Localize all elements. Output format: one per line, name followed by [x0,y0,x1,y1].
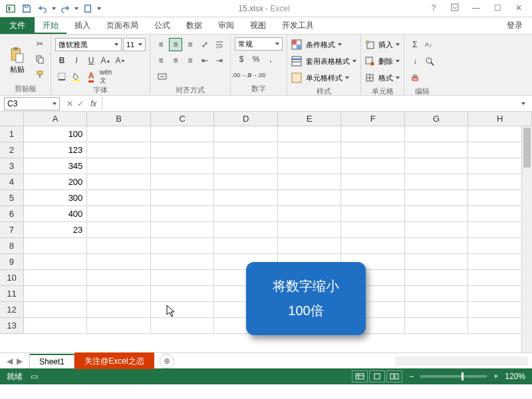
border-button[interactable] [55,70,68,83]
zoom-slider[interactable] [420,375,487,378]
row-header[interactable]: 10 [0,270,24,286]
orientation-icon[interactable]: ⤢ [198,38,211,51]
cell[interactable] [405,238,469,254]
tab-prev-icon[interactable]: ◀ [7,356,13,366]
bold-button[interactable]: B [55,54,68,67]
column-header[interactable]: D [214,112,278,126]
cell[interactable] [87,302,151,318]
row-header[interactable]: 9 [0,254,24,270]
underline-button[interactable]: U [84,54,98,67]
font-size-select[interactable]: 11 [123,38,146,51]
row-header[interactable]: 3 [0,158,24,174]
fill-color-button[interactable] [70,70,83,83]
vertical-scrollbar[interactable] [521,126,532,352]
cell[interactable] [278,206,342,222]
align-center-icon[interactable]: ≡ [169,54,182,67]
cell[interactable] [87,126,151,142]
touch-mode-icon[interactable] [81,2,94,15]
undo-dropdown-icon[interactable] [52,7,56,10]
cell[interactable]: 400 [24,206,88,222]
format-cells-button[interactable]: 格式 [365,70,400,85]
cell[interactable] [87,174,151,190]
comma-icon[interactable]: , [264,53,277,66]
undo-icon[interactable] [36,2,49,15]
cell[interactable] [151,238,215,254]
cell[interactable] [405,126,469,142]
cell[interactable] [214,174,278,190]
paste-button[interactable]: 粘贴 [4,37,31,82]
align-bottom-icon[interactable]: ≡ [184,38,197,51]
align-right-icon[interactable]: ≡ [184,54,197,67]
column-header[interactable]: F [341,112,405,126]
font-increase-icon[interactable]: A▲ [99,54,112,67]
zoom-in-button[interactable]: + [493,372,498,381]
copy-icon[interactable] [33,53,47,66]
cell[interactable] [87,142,151,158]
cell[interactable] [151,174,215,190]
formula-bar-expand-icon[interactable] [521,102,525,105]
cell[interactable] [87,270,151,286]
column-header[interactable]: A [24,112,88,126]
data-tab[interactable]: 数据 [178,17,210,34]
row-header[interactable]: 7 [0,222,24,238]
row-header[interactable]: 6 [0,206,24,222]
cell[interactable] [87,238,151,254]
add-sheet-button[interactable]: ⊕ [160,354,174,368]
login-link[interactable]: 登录 [497,17,532,34]
ribbon-collapse-icon[interactable] [448,3,462,13]
cell[interactable] [87,158,151,174]
home-tab[interactable]: 开始 [35,17,66,34]
indent-increase-icon[interactable]: ⇥ [213,54,226,67]
delete-cells-button[interactable]: 删除 [365,54,400,68]
cell[interactable] [278,222,342,238]
cell[interactable] [151,302,215,318]
enter-formula-icon[interactable]: ✓ [77,99,84,108]
sort-filter-icon[interactable]: A↓ [423,38,434,51]
cell[interactable] [214,222,278,238]
record-macro-icon[interactable]: ▭ [31,372,38,381]
cell[interactable] [278,126,342,142]
page-layout-view-icon[interactable] [369,370,385,382]
cell[interactable] [24,302,88,318]
currency-icon[interactable]: $ [235,53,248,66]
view-tab[interactable]: 视图 [242,17,274,34]
row-header[interactable]: 4 [0,174,24,190]
cancel-formula-icon[interactable]: ✕ [66,99,73,108]
sheet-tab-2[interactable]: 关注@Excel之恋 [74,352,154,369]
conditional-format-button[interactable]: 条件格式 [291,37,356,52]
row-header[interactable]: 5 [0,190,24,206]
save-icon[interactable] [20,2,33,15]
tab-next-icon[interactable]: ▶ [17,356,23,366]
cell[interactable] [405,142,469,158]
cell[interactable] [151,270,215,286]
cell[interactable] [214,126,278,142]
column-header[interactable]: G [405,112,469,126]
format-painter-icon[interactable] [33,68,47,81]
cell[interactable] [151,222,215,238]
merge-cells-icon[interactable] [154,70,170,83]
cell[interactable] [341,126,405,142]
format-table-button[interactable]: 套用表格格式 [291,54,356,68]
cell[interactable] [214,158,278,174]
cell[interactable] [405,158,469,174]
cell[interactable]: 200 [24,174,88,190]
align-middle-icon[interactable]: ≡ [169,38,182,51]
maximize-icon[interactable]: ☐ [491,3,504,13]
font-family-select[interactable]: 微软雅黑 [55,38,122,51]
cell[interactable] [405,318,469,334]
cell[interactable] [341,174,405,190]
file-tab[interactable]: 文件 [0,17,35,34]
row-header[interactable]: 1 [0,126,24,142]
cell[interactable] [24,270,88,286]
minimize-icon[interactable]: — [469,3,483,13]
cell[interactable] [151,206,215,222]
cut-icon[interactable]: ✂ [33,37,47,51]
cell[interactable] [214,206,278,222]
cell[interactable] [405,302,469,318]
indent-decrease-icon[interactable]: ⇤ [198,54,211,67]
cell[interactable] [405,270,469,286]
row-header[interactable]: 8 [0,238,24,254]
cell[interactable] [24,254,88,270]
zoom-level[interactable]: 120% [505,372,525,381]
cell[interactable] [341,222,405,238]
